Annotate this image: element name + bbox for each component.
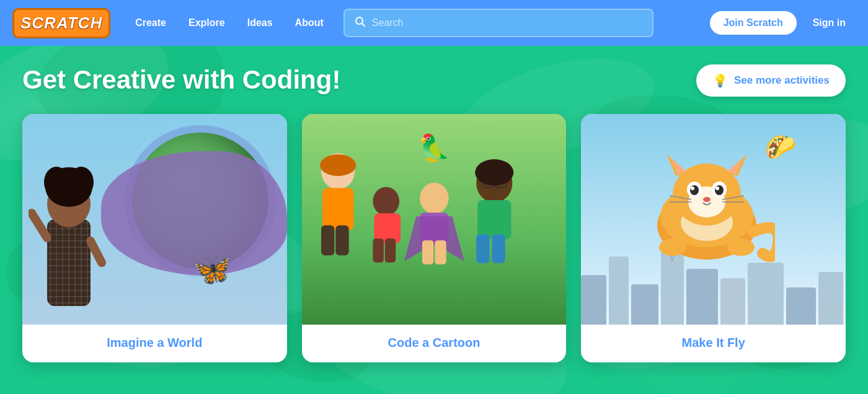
svg-rect-10 bbox=[47, 219, 91, 306]
search-box[interactable] bbox=[343, 9, 653, 37]
svg-point-24 bbox=[320, 154, 356, 176]
cat-svg bbox=[639, 145, 775, 269]
bulb-icon: 💡 bbox=[712, 73, 728, 88]
search-input[interactable] bbox=[372, 17, 642, 28]
svg-line-16 bbox=[91, 241, 102, 263]
hero-content: Get Creative with Coding! 💡 See more act… bbox=[22, 64, 846, 362]
card-2-title: Code a Cartoon bbox=[388, 336, 480, 349]
card-img-2: 🦜 bbox=[302, 114, 567, 325]
svg-point-29 bbox=[420, 183, 449, 214]
nav-links: Create Explore Ideas About bbox=[125, 12, 334, 33]
join-scratch-button[interactable]: Join Scratch bbox=[710, 11, 797, 35]
svg-rect-27 bbox=[373, 239, 383, 263]
bird-icon: 🦜 bbox=[418, 133, 450, 163]
svg-point-13 bbox=[44, 167, 69, 198]
navbar: SCRATCH Create Explore Ideas About Join … bbox=[0, 0, 868, 46]
butterfly-icon: 🦋 bbox=[193, 252, 231, 287]
svg-point-56 bbox=[703, 197, 711, 202]
sign-in-button[interactable]: Sign in bbox=[803, 11, 856, 35]
see-more-activities-button[interactable]: 💡 See more activities bbox=[696, 64, 846, 97]
svg-rect-22 bbox=[321, 225, 334, 255]
svg-rect-34 bbox=[477, 200, 511, 239]
nav-right: Join Scratch Sign in bbox=[710, 11, 856, 35]
card-3-title: Make It Fly bbox=[682, 336, 745, 349]
svg-point-61 bbox=[659, 239, 686, 256]
card-2-label: Code a Cartoon bbox=[302, 325, 567, 362]
svg-line-1 bbox=[361, 23, 365, 26]
card-img-3: 🌮 bbox=[581, 114, 846, 325]
svg-point-54 bbox=[691, 186, 694, 190]
svg-rect-28 bbox=[384, 239, 395, 263]
card-make-fly[interactable]: 🌮 bbox=[581, 114, 846, 362]
card-img-1: 🦋 bbox=[22, 114, 287, 325]
svg-point-55 bbox=[715, 186, 719, 190]
svg-point-53 bbox=[715, 185, 724, 195]
illus-imagine: 🦋 bbox=[22, 114, 287, 325]
card-1-label: Imagine a World bbox=[22, 325, 287, 362]
cards-row: 🦋 Imagine a World 🦜 bbox=[22, 114, 846, 362]
svg-point-40 bbox=[475, 159, 513, 186]
svg-point-25 bbox=[373, 187, 399, 216]
svg-rect-36 bbox=[492, 234, 505, 263]
card-code-cartoon[interactable]: 🦜 bbox=[302, 114, 567, 362]
illus-fly: 🌮 bbox=[581, 114, 846, 325]
illus-cartoon: 🦜 bbox=[302, 114, 567, 325]
svg-rect-21 bbox=[322, 188, 353, 230]
card-3-label: Make It Fly bbox=[581, 325, 846, 362]
nav-explore[interactable]: Explore bbox=[179, 12, 235, 33]
card-1-title: Imagine a World bbox=[107, 336, 202, 349]
hero-title: Get Creative with Coding! bbox=[22, 64, 340, 95]
nav-ideas[interactable]: Ideas bbox=[237, 12, 283, 33]
hero-top: Get Creative with Coding! 💡 See more act… bbox=[22, 64, 846, 97]
svg-point-14 bbox=[69, 167, 94, 198]
svg-rect-23 bbox=[335, 225, 348, 255]
search-icon bbox=[355, 16, 366, 30]
person-silhouette bbox=[29, 145, 109, 325]
scratch-logo[interactable]: SCRATCH bbox=[12, 8, 110, 38]
svg-rect-32 bbox=[435, 240, 446, 265]
hero-section: Get Creative with Coding! 💡 See more act… bbox=[0, 46, 868, 394]
svg-line-15 bbox=[32, 213, 47, 238]
card-imagine-world[interactable]: 🦋 Imagine a World bbox=[22, 114, 287, 362]
svg-rect-35 bbox=[476, 234, 489, 263]
svg-point-52 bbox=[690, 185, 699, 195]
svg-point-62 bbox=[727, 239, 755, 256]
nav-about[interactable]: About bbox=[285, 12, 334, 33]
nav-create[interactable]: Create bbox=[125, 12, 176, 33]
svg-rect-31 bbox=[422, 240, 433, 265]
logo-text: SCRATCH bbox=[20, 14, 102, 33]
